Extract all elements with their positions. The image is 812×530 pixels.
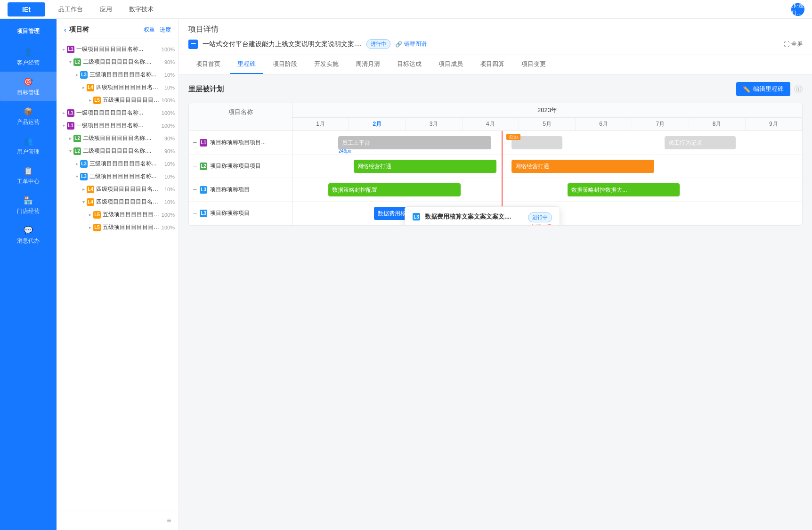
sidebar-item-store[interactable]: 🏪 门店经营	[0, 190, 57, 220]
user-label: 张·是日...	[791, 1, 804, 17]
tree-progress-btn[interactable]: 进度	[160, 26, 171, 34]
expand-icon[interactable]: ▸	[80, 186, 87, 193]
expand-icon[interactable]: ▸	[80, 84, 87, 91]
tree-item[interactable]: ▸L1一级项目目目目目目名称...100%	[57, 43, 179, 56]
tree-item-pct: 10%	[164, 72, 175, 78]
logo: IEt	[8, 2, 45, 16]
detail-header: 项目详情 一 一站式交付平台建设能力上线文案说明文案说明文案.... 进行中 🔗…	[179, 19, 812, 55]
collapse-row-icon[interactable]: −	[193, 209, 197, 218]
gantt-bar-1-0[interactable]: 网络经营打通	[354, 160, 496, 173]
sidebar-label-customer: 客户经营	[17, 59, 40, 67]
sidebar-item-order[interactable]: 📋 工单中心	[0, 161, 57, 190]
tooltip-overdue: 超期15天	[531, 223, 552, 225]
expand-icon[interactable]: ▾	[73, 173, 80, 180]
tree-item[interactable]: ▾L1一级项目目目目目目名称...100%	[57, 119, 179, 132]
tree-back-icon[interactable]: ‹	[64, 26, 66, 33]
expand-icon[interactable]: ▸	[67, 135, 73, 142]
sidebar-item-customer[interactable]: 👤 客户经营	[0, 42, 57, 72]
gantt-left-row-2: −L3项目称项称项目	[189, 178, 292, 202]
tree-item[interactable]: ▸L2二级项目目目目目目名称....90%	[57, 132, 179, 145]
sidebar-label-message: 消息代办	[17, 237, 40, 245]
gantt-right-header: 2023年 1月2月3月4月5月6月7月8月9月	[292, 103, 802, 130]
milestone-info-icon[interactable]: ⓘ	[794, 85, 803, 93]
gantt-month-4月: 4月	[463, 118, 519, 130]
edit-milestone-label: 编辑里程碑	[753, 85, 784, 93]
tab-budget[interactable]: 项目四算	[472, 55, 512, 74]
expand-icon[interactable]: ▸	[73, 72, 80, 78]
expand-icon[interactable]: ▸	[73, 161, 80, 167]
sidebar-item-user[interactable]: 👥 用户管理	[0, 131, 57, 161]
fullscreen-btn[interactable]: ⛶ 全屏	[784, 40, 803, 48]
collapse-tree-btn[interactable]: ≡	[163, 515, 175, 526]
tree-item-pct: 100%	[162, 123, 175, 129]
tree-item[interactable]: ▸L3三级项目目目目目目名称...10%	[57, 157, 179, 170]
tree-item[interactable]: ▾L2二级项目目目目目目名称....90%	[57, 56, 179, 68]
gantt-bar-2-1[interactable]: 数据策略封控数据大...	[568, 183, 680, 196]
sidebar-label-product: 产品运营	[17, 118, 40, 126]
tab-change[interactable]: 项目变更	[514, 55, 553, 74]
sidebar-label-target: 目标管理	[17, 89, 40, 97]
tab-home[interactable]: 项目首页	[188, 55, 228, 74]
nav-item-digital[interactable]: 数字技术	[125, 3, 157, 16]
gantt-left-row-1: −L2项目称项称项目项目	[189, 155, 292, 178]
level-tag: L4	[87, 84, 94, 91]
tree-item[interactable]: ▸L4四级项目目目目目目名称....10%	[57, 81, 179, 94]
size-label-32px: 32px	[506, 134, 520, 140]
gantt-row-icon: L2	[200, 163, 207, 170]
link-graph-btn[interactable]: 🔗 链群图谱	[395, 40, 427, 48]
tab-dev[interactable]: 开发实施	[307, 55, 346, 74]
expand-icon[interactable]: ▸	[87, 212, 93, 218]
tree-item[interactable]: ▾L3三级项目目目目目目名称...10%	[57, 170, 179, 183]
sidebar-item-message[interactable]: 💬 消息代办	[0, 220, 57, 250]
tree-item[interactable]: ▸L5五级项目目目目目目Ⅲ名称100%	[57, 208, 179, 221]
tree-item[interactable]: ▸L3三级项目目目目目目名称...10%	[57, 68, 179, 81]
nav-item-workbench[interactable]: 品工作台	[55, 3, 87, 16]
expand-icon[interactable]: ▸	[87, 224, 93, 231]
tree-item[interactable]: ▸L1一级项目目目目目目名称...100%	[57, 106, 179, 119]
project-name: 一站式交付平台建设能力上线文案说明文案说明文案....	[203, 40, 362, 49]
tree-item[interactable]: ▾L2二级项目目目目目目名称....90%	[57, 145, 179, 157]
expand-icon[interactable]: ▸	[60, 110, 67, 116]
gantt-month-3月: 3月	[406, 118, 462, 130]
sidebar-item-product[interactable]: 📦 产品运营	[0, 101, 57, 131]
sidebar-item-target[interactable]: 🎯 目标管理	[0, 72, 57, 101]
level-tag: L4	[87, 198, 94, 206]
tree-item-name: 五级项目目目目目目Ⅲ名称	[103, 223, 160, 231]
tree-item-pct: 100%	[162, 225, 175, 230]
expand-icon[interactable]: ▾	[60, 122, 67, 129]
tree-item[interactable]: ▸L5五级项目目目目目目Ⅲ名称100%	[57, 94, 179, 106]
tree-item-name: 二级项目目目目目目名称....	[83, 134, 162, 142]
tree-weight-btn[interactable]: 权重	[144, 26, 155, 34]
gantt-bar-2-0[interactable]: 数据策略封控配置	[328, 183, 461, 196]
edit-milestone-btn[interactable]: ✏️ 编辑里程碑	[736, 82, 790, 96]
tab-phase[interactable]: 项目阶段	[265, 55, 305, 74]
gantt-row-icon: L1	[200, 139, 207, 147]
expand-icon[interactable]: ▸	[87, 97, 93, 104]
gantt-bar-0-2[interactable]: 员工行为记录	[665, 136, 736, 149]
collapse-row-icon[interactable]: −	[193, 186, 197, 194]
level-tag: L2	[73, 135, 81, 142]
tree-item[interactable]: ▸L4四级项目目目目目目名称....10%	[57, 183, 179, 196]
tab-milestone[interactable]: 里程碑	[230, 55, 263, 74]
gantt-bar-0-0[interactable]: 员工上平台	[338, 136, 491, 149]
gantt-row-name: 项目称项称项目项目	[210, 162, 288, 170]
expand-icon[interactable]: ▸	[60, 46, 67, 53]
tab-goal[interactable]: 目标达成	[390, 55, 429, 74]
tree-item[interactable]: ▾L4四级项目目目目目目名称....10%	[57, 196, 179, 208]
collapse-row-icon[interactable]: −	[193, 162, 197, 171]
project-tree-panel: ‹ 项目树 权重 进度 ▸L1一级项目目目目目目名称...100%▾L2二级项目…	[57, 19, 179, 530]
tree-item-pct: 90%	[164, 148, 175, 154]
expand-icon[interactable]: ▾	[67, 59, 73, 65]
tab-weekly[interactable]: 周清月清	[348, 55, 388, 74]
user-avatar[interactable]: 张·是日...	[791, 3, 804, 16]
expand-icon[interactable]: ▾	[80, 199, 87, 205]
collapse-row-icon[interactable]: −	[193, 139, 197, 147]
gantt-bar-1-1[interactable]: 网络经营打通	[512, 160, 654, 173]
order-icon: 📋	[23, 165, 33, 176]
expand-icon[interactable]: ▾	[67, 148, 73, 155]
tab-member[interactable]: 项目成员	[431, 55, 471, 74]
nav-item-apps[interactable]: 应用	[96, 3, 116, 16]
sidebar-title: 项目管理	[17, 24, 40, 42]
sidebar-label-store: 门店经营	[17, 207, 40, 215]
tree-item[interactable]: ▸L5五级项目目目目目目Ⅲ名称100%	[57, 221, 179, 234]
